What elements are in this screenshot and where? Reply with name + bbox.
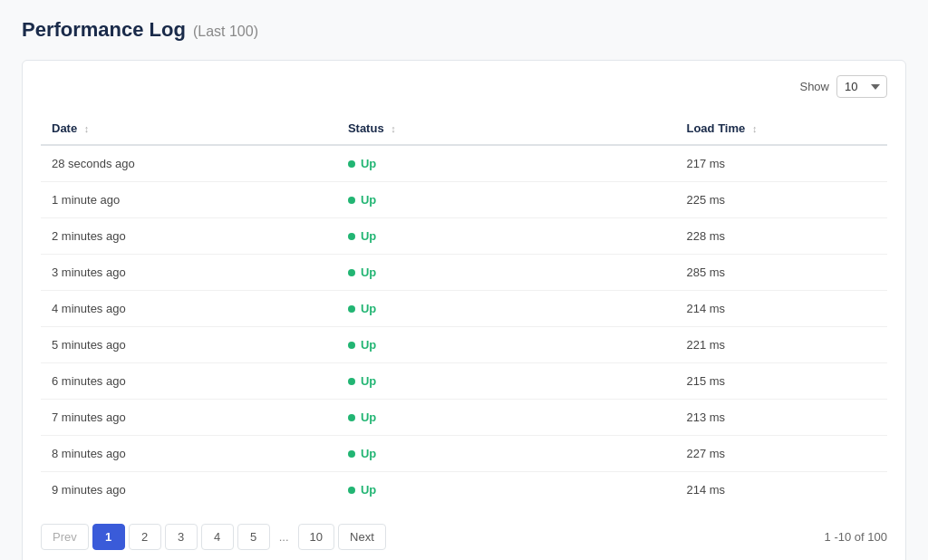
table-row: 4 minutes agoUp214 ms [41, 291, 887, 327]
status-dot-icon [348, 414, 355, 421]
status-text: Up [361, 229, 376, 243]
cell-date: 8 minutes ago [41, 436, 337, 472]
status-dot-icon [348, 487, 355, 494]
cell-date: 3 minutes ago [41, 255, 337, 291]
table-row: 1 minute agoUp225 ms [41, 182, 887, 218]
page-button-last[interactable]: 10 [298, 524, 334, 550]
status-text: Up [361, 410, 376, 424]
pagination-controls: Prev 1 2 3 4 5 ... 10 Next [41, 524, 386, 550]
cell-status: Up [337, 400, 676, 436]
page-button-1[interactable]: 1 [92, 524, 125, 550]
status-dot-icon [348, 342, 355, 349]
cell-loadtime: 214 ms [675, 291, 887, 327]
pagination-info: 1 -10 of 100 [825, 530, 887, 544]
status-text: Up [361, 374, 376, 388]
cell-loadtime: 221 ms [675, 327, 887, 363]
page-title: Performance Log [22, 18, 186, 42]
status-text: Up [361, 483, 376, 497]
sort-icon-status: ↕ [391, 123, 396, 134]
cell-loadtime: 214 ms [675, 472, 887, 508]
table-row: 5 minutes agoUp221 ms [41, 327, 887, 363]
cell-date: 1 minute ago [41, 182, 337, 218]
status-text: Up [361, 266, 376, 279]
cell-status: Up [337, 436, 676, 472]
table-row: 3 minutes agoUp285 ms [41, 255, 887, 291]
cell-status: Up [337, 218, 676, 255]
show-label: Show [799, 80, 829, 93]
status-text: Up [361, 302, 376, 315]
table-row: 2 minutes agoUp228 ms [41, 218, 887, 255]
cell-status: Up [337, 472, 676, 508]
status-text: Up [361, 157, 376, 170]
cell-loadtime: 225 ms [675, 182, 887, 218]
cell-loadtime: 285 ms [675, 255, 887, 291]
status-dot-icon [348, 305, 355, 313]
cell-date: 6 minutes ago [41, 363, 337, 400]
status-dot-icon [348, 269, 355, 276]
pagination: Prev 1 2 3 4 5 ... 10 Next 1 -10 of 100 [41, 524, 887, 550]
cell-loadtime: 213 ms [675, 400, 887, 436]
table-row: 28 seconds agoUp217 ms [41, 145, 887, 182]
page-button-2[interactable]: 2 [129, 524, 161, 550]
cell-status: Up [337, 255, 676, 291]
cell-loadtime: 227 ms [675, 436, 887, 472]
table-row: 6 minutes agoUp215 ms [41, 363, 887, 400]
pagination-ellipsis: ... [274, 525, 295, 549]
status-dot-icon [348, 378, 355, 385]
prev-button[interactable]: Prev [41, 524, 89, 550]
cell-date: 5 minutes ago [41, 327, 337, 363]
col-header-loadtime[interactable]: Load Time ↕ [675, 112, 887, 145]
page-button-5[interactable]: 5 [237, 524, 270, 550]
status-text: Up [361, 193, 376, 207]
col-header-date[interactable]: Date ↕ [41, 112, 337, 145]
show-select[interactable]: 10 25 50 100 [836, 75, 887, 98]
table-row: 7 minutes agoUp213 ms [41, 400, 887, 436]
status-dot-icon [348, 233, 355, 240]
status-dot-icon [348, 197, 355, 204]
sort-icon-loadtime: ↕ [752, 123, 758, 134]
cell-status: Up [337, 145, 676, 182]
main-card: Show 10 25 50 100 Date ↕ Status ↕ Load T… [22, 60, 906, 560]
performance-table: Date ↕ Status ↕ Load Time ↕ 28 seconds a… [41, 112, 887, 507]
cell-loadtime: 215 ms [675, 363, 887, 400]
page-button-4[interactable]: 4 [201, 524, 234, 550]
cell-date: 9 minutes ago [41, 472, 337, 508]
next-button[interactable]: Next [338, 524, 386, 550]
cell-date: 7 minutes ago [41, 400, 337, 436]
cell-status: Up [337, 291, 676, 327]
cell-status: Up [337, 363, 676, 400]
col-header-status[interactable]: Status ↕ [337, 112, 676, 145]
cell-status: Up [337, 182, 676, 218]
table-header-row: Date ↕ Status ↕ Load Time ↕ [41, 112, 887, 145]
status-dot-icon [348, 160, 355, 168]
cell-date: 4 minutes ago [41, 291, 337, 327]
cell-date: 28 seconds ago [41, 145, 337, 182]
status-dot-icon [348, 450, 355, 458]
status-text: Up [361, 338, 376, 352]
page-button-3[interactable]: 3 [165, 524, 198, 550]
toolbar: Show 10 25 50 100 [41, 75, 887, 98]
cell-status: Up [337, 327, 676, 363]
cell-date: 2 minutes ago [41, 218, 337, 255]
page-header: Performance Log (Last 100) [22, 18, 906, 42]
sort-icon-date: ↕ [84, 123, 90, 134]
cell-loadtime: 228 ms [675, 218, 887, 255]
table-row: 8 minutes agoUp227 ms [41, 436, 887, 472]
page-subtitle: (Last 100) [193, 24, 258, 40]
table-row: 9 minutes agoUp214 ms [41, 472, 887, 508]
cell-loadtime: 217 ms [675, 145, 887, 182]
status-text: Up [361, 447, 376, 460]
